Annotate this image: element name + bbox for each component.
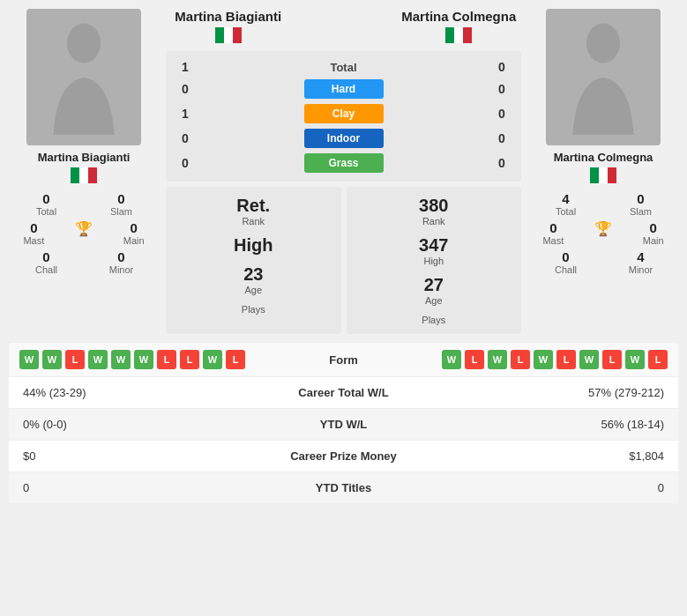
indoor-badge: Indoor xyxy=(304,129,384,148)
form-right: WLWLWLWLWL xyxy=(397,350,668,369)
career-stat-left: 44% (23-29) xyxy=(23,386,256,399)
right-chall-label: Chall xyxy=(544,264,588,275)
right-mast-label: Mast xyxy=(531,235,575,246)
right-main-label: Main xyxy=(631,235,676,246)
left-center-name: Martina Biagianti xyxy=(166,9,291,25)
left-main-cell: 0 Main xyxy=(112,220,156,246)
right-age-item: 27 Age xyxy=(424,275,444,306)
svg-rect-4 xyxy=(215,27,224,43)
left-rank-label: Rank xyxy=(236,216,270,226)
form-badge-right: L xyxy=(648,350,668,369)
right-trophy-icon: 🏆 xyxy=(594,220,612,237)
left-stats-row-2: 0 Mast 🏆 0 Main xyxy=(9,220,159,246)
left-center-info: Ret. Rank High 23 Age Plays xyxy=(166,187,341,334)
left-high-value: High xyxy=(234,235,273,256)
right-total-label: Total xyxy=(544,206,588,217)
form-badge-left: W xyxy=(134,350,153,369)
total-score-left: 1 xyxy=(176,60,194,74)
form-badge-right: L xyxy=(556,350,576,369)
form-badge-left: W xyxy=(42,350,62,369)
total-row: 1 Total 0 xyxy=(176,60,511,74)
right-minor-value: 4 xyxy=(619,249,663,264)
form-badge-right: W xyxy=(534,350,553,369)
form-badge-left: L xyxy=(157,350,176,369)
left-slam-value: 0 xyxy=(100,191,144,206)
grass-row: 0 Grass 0 xyxy=(176,153,511,173)
form-badge-left: L xyxy=(65,350,85,369)
left-minor-value: 0 xyxy=(100,249,144,264)
indoor-row: 0 Indoor 0 xyxy=(176,129,511,148)
right-rank-item: 380 Rank xyxy=(419,196,448,226)
right-player-name: Martina Colmegna xyxy=(554,151,653,164)
career-stat-left: $0 xyxy=(23,449,256,463)
career-stat-label: YTD W/L xyxy=(256,418,432,431)
svg-rect-12 xyxy=(599,167,608,183)
indoor-score-left: 0 xyxy=(176,131,194,145)
left-center-flag-svg xyxy=(215,27,242,43)
svg-rect-6 xyxy=(233,27,242,43)
right-high-value: 347 xyxy=(419,235,448,256)
right-minor-label: Minor xyxy=(619,264,663,275)
career-stat-right: 0 xyxy=(432,481,665,494)
form-badge-left: L xyxy=(180,350,199,369)
left-main-label: Main xyxy=(112,235,156,246)
form-badge-right: W xyxy=(442,350,461,369)
left-center-flag xyxy=(166,27,291,46)
right-avatar-silhouette xyxy=(564,20,643,135)
left-trophy-cell: 🏆 xyxy=(62,220,106,246)
form-badge-right: W xyxy=(579,350,599,369)
total-score-right: 0 xyxy=(493,60,511,74)
right-player-stats: 4 Total 0 Slam 0 Mast 🏆 xyxy=(528,191,678,278)
main-container: Martina Biagianti 0 Total 0 xyxy=(0,0,687,503)
right-flag-svg xyxy=(590,167,616,183)
svg-point-10 xyxy=(586,23,620,63)
right-flag xyxy=(590,167,616,186)
top-section: Martina Biagianti 0 Total 0 xyxy=(0,0,687,343)
form-badge-left: W xyxy=(88,350,108,369)
surface-panel: 1 Total 0 0 Hard 0 1 Clay 0 0 xyxy=(166,51,521,182)
right-rank-value: 380 xyxy=(419,196,448,216)
right-high-label: High xyxy=(419,256,448,266)
right-age-value: 27 xyxy=(424,275,444,295)
svg-rect-11 xyxy=(590,167,599,183)
right-plays-item: Plays xyxy=(422,315,445,325)
right-player-avatar xyxy=(546,9,661,145)
form-badge-left: W xyxy=(111,350,131,369)
right-stats-row-1: 4 Total 0 Slam xyxy=(528,191,678,217)
left-minor-label: Minor xyxy=(100,264,144,275)
left-stats-row-3: 0 Chall 0 Minor xyxy=(9,249,159,275)
left-minor-cell: 0 Minor xyxy=(100,249,144,275)
right-center-flag-svg xyxy=(445,27,472,43)
left-mast-label: Mast xyxy=(11,235,56,246)
indoor-score-right: 0 xyxy=(493,131,511,145)
right-slam-label: Slam xyxy=(619,206,663,217)
left-chall-label: Chall xyxy=(25,264,69,275)
right-chall-value: 0 xyxy=(544,249,588,264)
right-age-label: Age xyxy=(424,295,444,306)
clay-row: 1 Clay 0 xyxy=(176,104,511,123)
left-mast-cell: 0 Mast xyxy=(11,220,56,246)
form-badge-right: L xyxy=(465,350,484,369)
form-badge-left: W xyxy=(203,350,222,369)
left-player-block: Martina Biagianti 0 Total 0 xyxy=(9,9,159,278)
form-label: Form xyxy=(291,353,397,367)
left-high-item: High xyxy=(234,235,273,256)
left-player-name: Martina Biagianti xyxy=(38,151,131,164)
hard-badge: Hard xyxy=(304,79,384,99)
career-stat-label: Career Total W/L xyxy=(256,386,432,399)
left-mast-value: 0 xyxy=(11,220,56,235)
right-plays-label: Plays xyxy=(422,315,445,325)
right-main-value: 0 xyxy=(631,220,676,235)
left-main-value: 0 xyxy=(112,220,156,235)
center-column: Martina Biagianti Martina Colmegna xyxy=(166,9,521,334)
form-badge-right: W xyxy=(488,350,507,369)
career-stat-right: $1,804 xyxy=(432,449,665,463)
form-badge-left: L xyxy=(226,350,245,369)
svg-rect-8 xyxy=(454,27,463,43)
career-stats-row: $0Career Prize Money$1,804 xyxy=(9,441,678,472)
svg-rect-2 xyxy=(79,167,88,183)
names-row: Martina Biagianti Martina Colmegna xyxy=(166,9,521,46)
left-total-label: Total xyxy=(25,206,69,217)
clay-score-left: 1 xyxy=(176,107,194,121)
left-avatar-silhouette xyxy=(44,20,123,135)
